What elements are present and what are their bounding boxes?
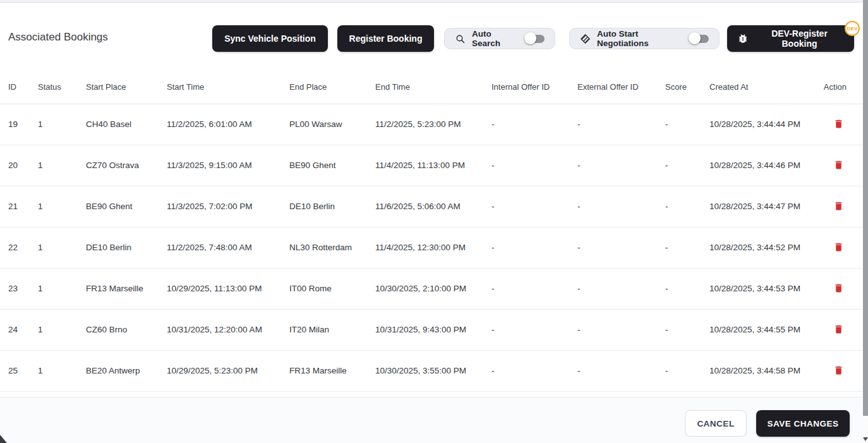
delete-booking-button[interactable] xyxy=(832,363,845,377)
cell-status: 1 xyxy=(38,268,86,309)
scrollbar-down-arrow-icon[interactable] xyxy=(863,437,868,441)
save-changes-button[interactable]: SAVE CHANGES xyxy=(756,410,850,437)
cell-end-time: 10/31/2025, 9:43:00 PM xyxy=(375,309,491,350)
cell-status: 1 xyxy=(38,104,86,145)
delete-booking-button[interactable] xyxy=(832,240,845,254)
cell-start-place: BE90 Ghent xyxy=(86,186,167,227)
dev-register-booking-label: DEV-Register Booking xyxy=(755,28,844,49)
page-title: Associated Bookings xyxy=(8,31,108,44)
table-row: 221DE10 Berlin11/2/2025, 7:48:00 AMNL30 … xyxy=(0,227,863,268)
cell-score: - xyxy=(665,145,709,186)
cell-action xyxy=(821,350,863,391)
cell-internal-offer-id: - xyxy=(491,350,577,391)
cell-status: 1 xyxy=(38,350,86,391)
cell-start-time: 11/2/2025, 7:48:00 AM xyxy=(167,227,289,268)
cell-external-offer-id: - xyxy=(577,268,665,309)
auto-search-switch[interactable] xyxy=(526,32,546,45)
switch-knob xyxy=(524,32,536,44)
cell-external-offer-id: - xyxy=(577,227,665,268)
trash-icon xyxy=(833,200,844,212)
dev-badge: DEV xyxy=(845,21,860,36)
cell-id: 23 xyxy=(0,268,38,309)
cell-action xyxy=(821,309,863,350)
cell-action xyxy=(821,104,863,145)
auto-search-toggle-group[interactable]: Auto Search xyxy=(444,28,555,49)
cell-score: - xyxy=(665,104,709,145)
cell-end-place: BE90 Ghent xyxy=(289,145,375,186)
cell-status: 1 xyxy=(38,309,86,350)
auto-start-negotiations-label: Auto Start Negotiations xyxy=(597,29,684,48)
column-header-start-time: Start Time xyxy=(167,71,289,104)
cell-start-place: CH40 Basel xyxy=(86,104,167,145)
cell-score: - xyxy=(665,268,709,309)
table-row: 201CZ70 Ostrava11/3/2025, 9:15:00 AMBE90… xyxy=(0,145,863,186)
cell-internal-offer-id: - xyxy=(491,104,577,145)
cell-start-place: CZ70 Ostrava xyxy=(86,145,167,186)
cell-start-time: 10/29/2025, 5:23:00 PM xyxy=(167,350,289,391)
cell-end-time: 11/6/2025, 5:06:00 AM xyxy=(375,186,491,227)
cell-score: - xyxy=(665,309,709,350)
sync-vehicle-position-label: Sync Vehicle Position xyxy=(224,33,316,44)
cell-internal-offer-id: - xyxy=(491,145,577,186)
table-row: 251BE20 Antwerp10/29/2025, 5:23:00 PMFR1… xyxy=(0,350,863,391)
cell-created-at: 10/28/2025, 3:44:53 PM xyxy=(709,268,821,309)
delete-booking-button[interactable] xyxy=(832,117,845,131)
trash-icon xyxy=(833,159,844,171)
column-header-internal-offer-id: Internal Offer ID xyxy=(491,71,577,104)
cell-status: 1 xyxy=(38,227,86,268)
cancel-button[interactable]: CANCEL xyxy=(685,410,747,437)
auto-start-negotiations-toggle-group[interactable]: Auto Start Negotiations xyxy=(569,28,720,49)
cell-end-place: IT20 Milan xyxy=(289,309,375,350)
cell-end-time: 11/4/2025, 11:13:00 PM xyxy=(375,145,491,186)
delete-booking-button[interactable] xyxy=(832,199,845,213)
cell-internal-offer-id: - xyxy=(491,268,577,309)
cell-start-time: 11/3/2025, 9:15:00 AM xyxy=(167,145,289,186)
cell-start-place: DE10 Berlin xyxy=(86,227,167,268)
cell-action xyxy=(821,145,863,186)
column-header-start-place: Start Place xyxy=(86,71,167,104)
column-header-end-time: End Time xyxy=(375,71,491,104)
bookings-table: IDStatusStart PlaceStart TimeEnd PlaceEn… xyxy=(0,71,863,392)
column-header-status: Status xyxy=(38,71,86,104)
cell-id: 24 xyxy=(0,309,38,350)
footer-bar: CANCEL SAVE CHANGES xyxy=(0,397,863,443)
cell-internal-offer-id: - xyxy=(491,186,577,227)
scrollbar-thumb[interactable] xyxy=(863,0,868,416)
delete-booking-button[interactable] xyxy=(832,158,845,172)
cell-end-place: DE10 Berlin xyxy=(289,186,375,227)
auto-start-negotiations-switch[interactable] xyxy=(690,32,710,45)
delete-booking-button[interactable] xyxy=(832,322,845,336)
tags-icon xyxy=(580,33,591,44)
cell-internal-offer-id: - xyxy=(491,227,577,268)
trash-icon xyxy=(833,118,844,130)
search-icon xyxy=(455,33,466,44)
cell-id: 20 xyxy=(0,145,38,186)
table-row: 211BE90 Ghent11/3/2025, 7:02:00 PMDE10 B… xyxy=(0,186,863,227)
cell-id: 21 xyxy=(0,186,38,227)
cell-end-place: IT00 Rome xyxy=(289,268,375,309)
cell-created-at: 10/28/2025, 3:44:58 PM xyxy=(709,350,821,391)
cell-score: - xyxy=(665,186,709,227)
cell-action xyxy=(821,268,863,309)
cell-score: - xyxy=(665,350,709,391)
cell-end-place: NL30 Rotterdam xyxy=(289,227,375,268)
cell-start-time: 10/29/2025, 11:13:00 PM xyxy=(167,268,289,309)
cell-created-at: 10/28/2025, 3:44:46 PM xyxy=(709,145,821,186)
auto-search-label: Auto Search xyxy=(472,29,519,48)
trash-icon xyxy=(833,324,844,335)
register-booking-button[interactable]: Register Booking xyxy=(337,25,434,52)
column-header-external-offer-id: External Offer ID xyxy=(577,71,665,104)
trash-icon xyxy=(833,365,844,376)
top-divider xyxy=(0,0,863,3)
cell-action xyxy=(821,186,863,227)
cell-start-time: 11/3/2025, 7:02:00 PM xyxy=(167,186,289,227)
dev-register-booking-button[interactable]: DEV-Register Booking xyxy=(727,25,854,52)
table-row: 241CZ60 Brno10/31/2025, 12:20:00 AMIT20 … xyxy=(0,309,863,350)
register-booking-label: Register Booking xyxy=(349,33,423,44)
cell-end-time: 11/4/2025, 12:30:00 PM xyxy=(375,227,491,268)
delete-booking-button[interactable] xyxy=(832,281,845,295)
vertical-scrollbar[interactable] xyxy=(863,0,868,443)
cell-start-time: 11/2/2025, 6:01:00 AM xyxy=(167,104,289,145)
sync-vehicle-position-button[interactable]: Sync Vehicle Position xyxy=(212,25,328,52)
trash-icon xyxy=(833,241,844,253)
